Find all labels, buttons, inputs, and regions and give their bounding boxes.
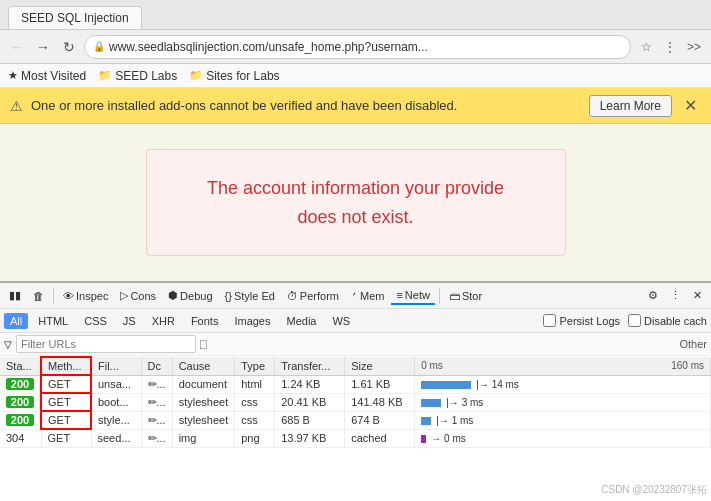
bookmarks-icon[interactable]: ☆ [635, 36, 657, 58]
nav-icons: ☆ ⋮ >> [635, 36, 705, 58]
timeline-0ms: 0 ms [421, 360, 443, 371]
devtools-style-btn[interactable]: {} Style Ed [220, 288, 280, 304]
console-label: Cons [130, 290, 156, 302]
col-size: Size [345, 357, 415, 375]
cell-type: html [235, 375, 275, 393]
disable-cache-label: Disable cach [628, 314, 707, 327]
col-dc: Dc [141, 357, 172, 375]
cell-file: seed... [91, 429, 141, 447]
filter-url-input[interactable] [16, 335, 196, 353]
bookmark-seed-labs-label: SEED Labs [115, 69, 177, 83]
devtools-trash-btn[interactable]: 🗑 [28, 288, 49, 304]
table-row[interactable]: 200 GET boot... ✏... stylesheet css 20.4… [0, 393, 711, 411]
devtools-inspector-btn[interactable]: 👁 Inspec [58, 288, 113, 304]
bookmark-sites-for-labs-label: Sites for Labs [206, 69, 279, 83]
filter-media-tab[interactable]: Media [280, 313, 322, 329]
devtools-debugger-btn[interactable]: ⬢ Debug [163, 287, 217, 304]
cell-type: png [235, 429, 275, 447]
cell-cause: img [172, 429, 235, 447]
filter-js-tab[interactable]: JS [117, 313, 142, 329]
devtools-storage-btn[interactable]: 🗃 Stor [444, 288, 487, 304]
network-requests-table: Sta... Meth... Fil... Dc Cause Type Tran… [0, 356, 711, 501]
cell-timeline: → 0 ms [415, 429, 711, 447]
cell-size: cached [345, 429, 415, 447]
tab-bar: SEED SQL Injection [0, 0, 711, 30]
cell-cause: stylesheet [172, 393, 235, 411]
filter-html-tab[interactable]: HTML [32, 313, 74, 329]
cell-status: 200 [0, 411, 41, 429]
cell-method: GET [41, 375, 91, 393]
notification-bar: ⚠ One or more installed add-ons cannot b… [0, 88, 711, 124]
perf-label: Perform [300, 290, 339, 302]
network-filter-toolbar: All HTML CSS JS XHR Fonts Images Media W… [0, 309, 711, 333]
col-transfer: Transfer... [275, 357, 345, 375]
cell-method: GET [41, 411, 91, 429]
bookmark-seed-labs[interactable]: 📁 SEED Labs [98, 69, 177, 83]
filter-css-tab[interactable]: CSS [78, 313, 113, 329]
debugger-label: Debug [180, 290, 212, 302]
network-options: Persist Logs Disable cach [543, 314, 707, 327]
error-box: The account information your provide doe… [146, 149, 566, 257]
cell-dc: ✏... [141, 393, 172, 411]
cell-timeline: |→ 3 ms [415, 393, 711, 411]
devtools-network-btn[interactable]: ≡ Netw [391, 287, 434, 305]
devtools-mem-btn[interactable]: ⎖ Mem [346, 288, 389, 304]
regex-icon: ⎕ [200, 338, 207, 350]
cell-file: unsa... [91, 375, 141, 393]
forward-button[interactable]: → [32, 36, 54, 58]
more-icon[interactable]: ⋮ [659, 36, 681, 58]
cell-transfer: 13.97 KB [275, 429, 345, 447]
mem-label: Mem [360, 290, 384, 302]
table-row[interactable]: 200 GET unsa... ✏... document html 1.24 … [0, 375, 711, 393]
bookmark-most-visited[interactable]: ★ Most Visited [8, 69, 86, 83]
devtools-settings-btn[interactable]: ⚙ [643, 287, 663, 304]
filter-ws-tab[interactable]: WS [326, 313, 356, 329]
learn-more-button[interactable]: Learn More [589, 95, 672, 117]
cell-cause: document [172, 375, 235, 393]
devtools-console-btn[interactable]: ▷ Cons [115, 287, 161, 304]
cell-method: GET [41, 393, 91, 411]
cell-dc: ✏... [141, 429, 172, 447]
devtools-close-btn[interactable]: ✕ [688, 287, 707, 304]
storage-label: Stor [462, 290, 482, 302]
devtools-more-btn[interactable]: ⋮ [665, 287, 686, 304]
filter-fonts-tab[interactable]: Fonts [185, 313, 225, 329]
persist-logs-checkbox[interactable] [543, 314, 556, 327]
col-timeline: 0 ms 160 ms [415, 357, 711, 375]
disable-cache-checkbox[interactable] [628, 314, 641, 327]
cell-dc: ✏... [141, 375, 172, 393]
table-row[interactable]: 200 GET style... ✏... stylesheet css 685… [0, 411, 711, 429]
reload-button[interactable]: ↻ [58, 36, 80, 58]
filter-xhr-tab[interactable]: XHR [146, 313, 181, 329]
notification-close-button[interactable]: ✕ [680, 96, 701, 115]
page-content: The account information your provide doe… [0, 124, 711, 281]
cell-file: style... [91, 411, 141, 429]
folder-icon-sites: 📁 [189, 69, 203, 82]
bookmarks-bar: ★ Most Visited 📁 SEED Labs 📁 Sites for L… [0, 64, 711, 88]
col-cause: Cause [172, 357, 235, 375]
devtools-panel: ▮▮ 🗑 👁 Inspec ▷ Cons ⬢ Debug {} Style Ed… [0, 281, 711, 501]
filter-triangle-icon: ▽ [4, 339, 12, 350]
devtools-pause-btn[interactable]: ▮▮ [4, 287, 26, 304]
back-button[interactable]: ← [6, 36, 28, 58]
url-bar[interactable]: 🔒 www.seedlabsqlinjection.com/unsafe_hom… [84, 35, 631, 59]
network-label: Netw [405, 289, 430, 301]
timeline-160ms: 160 ms [671, 360, 704, 371]
cell-transfer: 20.41 KB [275, 393, 345, 411]
toolbar-sep-1 [53, 288, 54, 304]
cell-type: css [235, 411, 275, 429]
inspector-label: Inspec [76, 290, 108, 302]
filter-url-row: ▽ ⎕ Other [0, 333, 711, 356]
warning-icon: ⚠ [10, 98, 23, 114]
devtools-right-icons: ⚙ ⋮ ✕ [643, 287, 707, 304]
filter-all-tab[interactable]: All [4, 313, 28, 329]
bookmark-sites-for-labs[interactable]: 📁 Sites for Labs [189, 69, 279, 83]
folder-icon-seed: 📁 [98, 69, 112, 82]
menu-icon[interactable]: >> [683, 36, 705, 58]
filter-images-tab[interactable]: Images [228, 313, 276, 329]
cell-size: 674 B [345, 411, 415, 429]
devtools-perf-btn[interactable]: ⏱ Perform [282, 288, 344, 304]
browser-tab[interactable]: SEED SQL Injection [8, 6, 142, 29]
lock-icon: 🔒 [93, 41, 105, 52]
table-row[interactable]: 304 GET seed... ✏... img png 13.97 KB ca… [0, 429, 711, 447]
